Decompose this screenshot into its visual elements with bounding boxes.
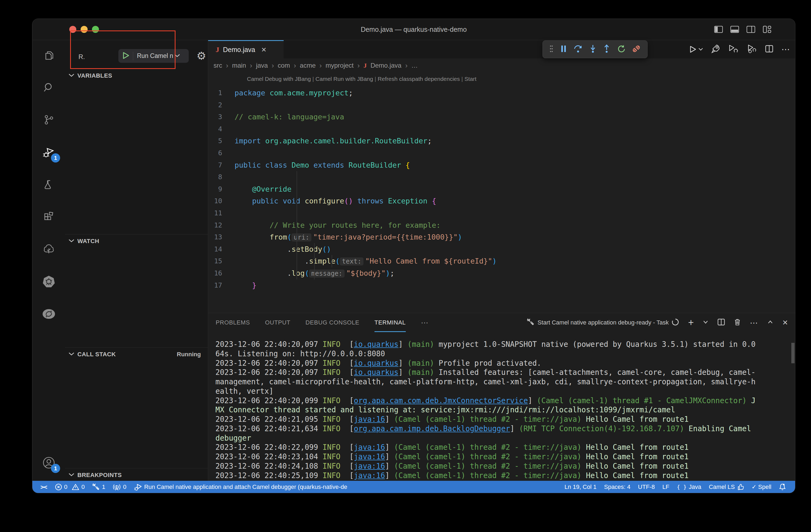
indent-guide xyxy=(296,171,297,280)
tab-debug-console[interactable]: DEBUG CONSOLE xyxy=(305,313,359,332)
sidebar-item-kubernetes[interactable] xyxy=(32,269,65,296)
sidebar-item-search[interactable] xyxy=(32,75,65,101)
call-stack-status: Running xyxy=(177,351,201,358)
step-over-icon[interactable] xyxy=(573,45,583,54)
new-terminal-icon[interactable]: + xyxy=(688,317,694,328)
breadcrumb-item[interactable]: … xyxy=(411,62,418,69)
java-file-icon: J xyxy=(216,46,219,54)
section-divider xyxy=(65,347,208,348)
code-editor[interactable]: 1package com.acme.myproject;23// camel-k… xyxy=(208,87,795,313)
chevron-down-icon xyxy=(68,238,75,244)
breadcrumb-item[interactable]: java xyxy=(256,62,268,69)
sidebar-item-explorer[interactable] xyxy=(32,43,65,70)
close-tab-icon[interactable]: ✕ xyxy=(261,46,267,53)
eol-item[interactable]: LF xyxy=(659,481,673,493)
toggle-panel-icon[interactable] xyxy=(730,26,739,33)
code-line: 16 .log(message:"${body}"); xyxy=(208,267,795,280)
section-watch[interactable]: WATCH xyxy=(65,235,208,248)
codelens-link[interactable]: Start xyxy=(464,76,476,82)
sidebar-item-openshift[interactable] xyxy=(32,301,65,328)
tools-icon xyxy=(527,318,534,327)
toolbar-grip-icon[interactable] xyxy=(550,45,553,54)
breadcrumb-item[interactable]: com xyxy=(278,62,290,69)
terminal-output[interactable]: 2023-12-06 22:40:20,097 INFO [io.quarkus… xyxy=(215,340,795,493)
thumbs-up-icon xyxy=(737,484,744,490)
cursor-position-item[interactable]: Ln 19, Col 1 xyxy=(561,481,600,493)
step-into-icon[interactable] xyxy=(590,45,596,54)
customize-layout-icon[interactable] xyxy=(763,26,771,33)
codelens-link[interactable]: Refresh classpath dependencies xyxy=(378,76,460,82)
maximize-panel-icon[interactable] xyxy=(768,320,773,325)
pause-icon[interactable] xyxy=(560,45,567,54)
breadcrumb-item[interactable]: main xyxy=(232,62,246,69)
chevron-down-icon xyxy=(68,73,75,78)
run-java-icon[interactable] xyxy=(689,45,703,53)
disconnect-icon[interactable] xyxy=(632,45,641,54)
editor-more-actions-icon[interactable]: ⋯ xyxy=(781,44,791,54)
tasks-status-item[interactable]: 1 xyxy=(89,481,109,493)
terminal-line: debugger xyxy=(215,433,795,443)
sidebar-item-accounts[interactable]: 1 xyxy=(32,450,65,477)
extensions-icon xyxy=(43,211,55,224)
camel-debug-icon[interactable] xyxy=(747,44,757,55)
codelens-link[interactable]: Camel Debug with JBang xyxy=(247,76,311,82)
terminal-task-item[interactable]: Start Camel native application debug-rea… xyxy=(527,318,679,327)
breadcrumb-item[interactable]: Demo.java xyxy=(370,62,401,69)
breadcrumb-item[interactable]: acme xyxy=(300,62,316,69)
sidebar-item-testing[interactable] xyxy=(32,172,65,199)
breadcrumb-item[interactable]: src xyxy=(214,62,222,69)
panel-more-actions-icon[interactable]: ⋯ xyxy=(750,318,759,327)
sidebar-item-run-and-debug[interactable]: 1 xyxy=(32,139,65,166)
terminal-line: 2023-12-06 22:40:20,097 INFO [io.quarkus… xyxy=(215,340,795,349)
toggle-primary-sidebar-icon[interactable] xyxy=(714,26,723,33)
code-line: 13 from(uri:"timer:java?period={{time:10… xyxy=(208,231,795,244)
notifications-bell-icon[interactable] xyxy=(775,481,790,493)
camel-ls-item[interactable]: Camel LS xyxy=(705,481,748,493)
sidebar-item-project-tree[interactable] xyxy=(32,236,65,263)
close-panel-icon[interactable]: ✕ xyxy=(782,318,788,327)
toggle-secondary-sidebar-icon[interactable] xyxy=(747,26,755,33)
editor-group: J Demo.java ✕ xyxy=(208,40,795,481)
camel-run-icon[interactable] xyxy=(729,44,739,54)
breadcrumb[interactable]: src›main›java›com›acme›myproject›JDemo.j… xyxy=(214,59,418,73)
configure-launch-gear-icon[interactable]: ⚙ xyxy=(197,48,206,63)
section-divider xyxy=(65,468,208,468)
spell-checker-item[interactable]: ✓ Spell xyxy=(748,481,775,493)
codelens-separator: | xyxy=(460,76,464,82)
line-number: 12 xyxy=(208,219,234,232)
terminal-dropdown-chevron-icon[interactable] xyxy=(703,320,708,325)
sidebar-item-source-control[interactable] xyxy=(32,107,65,134)
debug-status-item[interactable]: Run Camel native application and attach … xyxy=(130,481,351,493)
codelens-link[interactable]: Camel Run with JBang xyxy=(316,76,373,82)
step-out-icon[interactable] xyxy=(603,45,610,54)
section-breakpoints[interactable]: BREAKPOINTS xyxy=(65,469,208,482)
line-number: 3 xyxy=(208,111,234,123)
codelens-links[interactable]: Camel Debug with JBang | Camel Run with … xyxy=(247,76,476,82)
section-call-stack[interactable]: CALL STACK Running xyxy=(65,348,208,361)
language-mode-item[interactable]: { } Java xyxy=(673,481,705,493)
tab-terminal[interactable]: TERMINAL xyxy=(374,313,406,332)
restart-icon[interactable] xyxy=(617,45,625,54)
breadcrumb-item[interactable]: myproject xyxy=(325,62,353,69)
problems-status-item[interactable]: 0 0 xyxy=(51,481,89,493)
search-icon xyxy=(43,81,55,95)
broadcast-icon xyxy=(113,483,121,491)
tab-demo-java[interactable]: J Demo.java ✕ xyxy=(208,40,284,59)
terminal-scrollbar[interactable] xyxy=(791,343,795,363)
panel-more-tabs-icon[interactable]: ⋯ xyxy=(421,313,429,332)
split-terminal-icon[interactable] xyxy=(717,318,725,327)
sidebar-item-extensions[interactable] xyxy=(32,204,65,231)
breadcrumb-separator-icon: › xyxy=(272,61,274,70)
encoding-item[interactable]: UTF-8 xyxy=(634,481,658,493)
split-editor-icon[interactable] xyxy=(765,45,773,53)
kill-terminal-icon[interactable] xyxy=(734,318,740,327)
tab-problems[interactable]: PROBLEMS xyxy=(216,313,250,332)
remote-indicator[interactable]: >< xyxy=(36,481,51,493)
tab-output[interactable]: OUTPUT xyxy=(265,313,290,332)
camel-jbang-run-icon[interactable] xyxy=(711,44,720,55)
section-variables[interactable]: VARIABLES xyxy=(65,69,208,82)
status-bar: >< 0 0 1 0 Run Camel native appl xyxy=(32,481,795,493)
indentation-item[interactable]: Spaces: 4 xyxy=(600,481,634,493)
ports-status-item[interactable]: 0 xyxy=(109,481,130,493)
terminal-line: 2023-12-06 22:40:21,095 INFO [java:16] (… xyxy=(215,414,795,424)
